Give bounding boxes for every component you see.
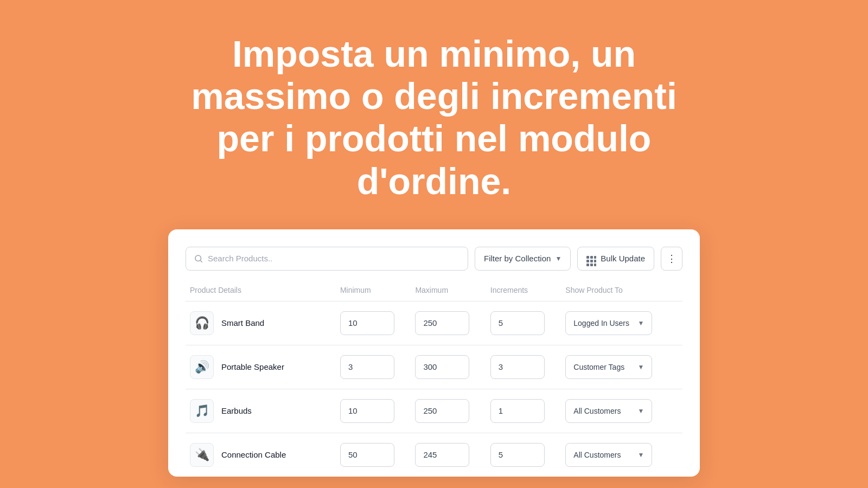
maximum-input[interactable] [415, 443, 469, 467]
show-to-value: Logged In Users [573, 319, 629, 328]
maximum-cell [415, 443, 490, 467]
minimum-cell [340, 443, 415, 467]
bulk-update-button[interactable]: Bulk Update [577, 247, 654, 271]
product-cell: 🎧 Smart Band [190, 311, 340, 335]
show-to-dropdown[interactable]: All Customers ▼ [565, 443, 652, 467]
search-wrapper [186, 247, 468, 271]
table-row: 🎧 Smart Band Logged In Users ▼ [186, 301, 682, 345]
maximum-cell [415, 355, 490, 379]
show-to-cell: All Customers ▼ [565, 399, 678, 423]
product-thumbnail: 🔌 [190, 443, 214, 467]
show-to-cell: Customer Tags ▼ [565, 355, 678, 379]
toolbar: Filter by Collection ▼ Bulk Update ⋮ [186, 247, 682, 271]
product-thumbnail: 🔊 [190, 355, 214, 379]
product-cell: 🔌 Connection Cable [190, 443, 340, 467]
hero-title: Imposta un minimo, un massimo o degli in… [174, 33, 694, 202]
chevron-down-icon: ▼ [555, 255, 561, 262]
show-to-cell: Logged In Users ▼ [565, 311, 678, 335]
product-cell: 🎵 Earbuds [190, 399, 340, 423]
grid-icon [586, 251, 596, 266]
maximum-cell [415, 311, 490, 335]
increments-cell [490, 443, 565, 467]
increments-cell [490, 399, 565, 423]
show-to-value: All Customers [573, 451, 621, 459]
product-thumbnail: 🎵 [190, 399, 214, 423]
show-to-value: Customer Tags [573, 363, 624, 371]
chevron-down-icon: ▼ [637, 451, 644, 459]
svg-point-0 [195, 255, 201, 261]
header-increments: Increments [490, 286, 565, 294]
product-cell: 🔊 Portable Speaker [190, 355, 340, 379]
filter-by-collection-button[interactable]: Filter by Collection ▼ [475, 247, 571, 271]
increments-input[interactable] [490, 443, 545, 467]
header-product: Product Details [190, 286, 340, 294]
table-row: 🔌 Connection Cable All Customers ▼ [186, 433, 682, 477]
minimum-cell [340, 355, 415, 379]
minimum-input[interactable] [340, 311, 394, 335]
maximum-cell [415, 399, 490, 423]
bulk-label: Bulk Update [601, 254, 645, 263]
maximum-input[interactable] [415, 311, 469, 335]
product-thumbnail: 🎧 [190, 311, 214, 335]
header-show-to: Show Product To [565, 286, 678, 294]
increments-input[interactable] [490, 311, 545, 335]
table-header: Product Details Minimum Maximum Incremen… [186, 286, 682, 301]
table-body: 🎧 Smart Band Logged In Users ▼ 🔊 Portabl… [186, 301, 682, 477]
search-input[interactable] [208, 254, 460, 263]
product-name: Connection Cable [221, 450, 286, 459]
increments-cell [490, 355, 565, 379]
show-to-cell: All Customers ▼ [565, 443, 678, 467]
increments-input[interactable] [490, 399, 545, 423]
minimum-cell [340, 311, 415, 335]
show-to-dropdown[interactable]: All Customers ▼ [565, 399, 652, 423]
header-maximum: Maximum [415, 286, 490, 294]
main-card: Filter by Collection ▼ Bulk Update ⋮ Pro… [168, 229, 700, 477]
increments-input[interactable] [490, 355, 545, 379]
minimum-input[interactable] [340, 399, 394, 423]
show-to-value: All Customers [573, 407, 621, 415]
minimum-input[interactable] [340, 443, 394, 467]
chevron-down-icon: ▼ [637, 407, 644, 415]
minimum-cell [340, 399, 415, 423]
ellipsis-icon: ⋮ [667, 253, 676, 265]
increments-cell [490, 311, 565, 335]
filter-label: Filter by Collection [484, 254, 551, 263]
chevron-down-icon: ▼ [637, 363, 644, 371]
show-to-dropdown[interactable]: Customer Tags ▼ [565, 355, 652, 379]
show-to-dropdown[interactable]: Logged In Users ▼ [565, 311, 652, 335]
product-name: Earbuds [221, 406, 252, 415]
maximum-input[interactable] [415, 399, 469, 423]
minimum-input[interactable] [340, 355, 394, 379]
more-options-button[interactable]: ⋮ [661, 247, 682, 271]
chevron-down-icon: ▼ [637, 319, 644, 327]
search-icon [194, 254, 203, 264]
product-name: Smart Band [221, 318, 264, 328]
svg-line-1 [200, 260, 202, 262]
header-minimum: Minimum [340, 286, 415, 294]
table-row: 🎵 Earbuds All Customers ▼ [186, 389, 682, 433]
maximum-input[interactable] [415, 355, 469, 379]
product-name: Portable Speaker [221, 362, 284, 371]
table-row: 🔊 Portable Speaker Customer Tags ▼ [186, 345, 682, 389]
